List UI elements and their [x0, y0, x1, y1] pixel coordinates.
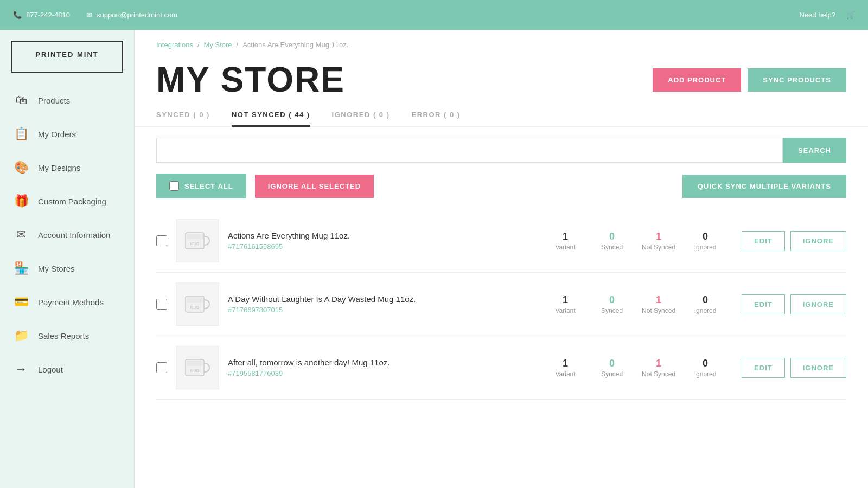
sidebar-item-orders[interactable]: 📋 My Orders: [0, 117, 134, 151]
table-row: MUG After all, tomorrow is another day! …: [156, 336, 846, 400]
variant-col-1: 1 Variant: [546, 231, 584, 251]
not-synced-col-1: 1 Not Synced: [640, 231, 678, 251]
phone-icon: 📞: [13, 11, 22, 19]
product-actions-3: EDIT IGNORE: [742, 358, 846, 378]
sidebar-item-packaging[interactable]: 🎁 Custom Packaging: [0, 184, 134, 218]
svg-rect-4: [187, 297, 203, 303]
sidebar-label-designs: My Designs: [38, 163, 80, 172]
breadcrumb-my-store[interactable]: My Store: [204, 41, 232, 49]
search-input[interactable]: [156, 138, 783, 163]
breadcrumb-sep1: /: [197, 41, 200, 49]
sidebar-label-payment: Payment Methods: [38, 298, 104, 307]
table-row: MUG A Day Without Laughter Is A Day Wast…: [156, 273, 846, 336]
product-checkbox-2[interactable]: [156, 299, 167, 310]
product-name-1: Actions Are Everything Mug 11oz.: [228, 231, 538, 240]
search-button[interactable]: SEARCH: [783, 138, 846, 163]
products-icon: 🛍: [13, 93, 29, 107]
orders-icon: 📋: [13, 127, 29, 141]
tab-ignored[interactable]: IGNORED ( 0 ): [332, 111, 390, 126]
quick-sync-button[interactable]: QUICK SYNC MULTIPLE VARIANTS: [682, 175, 846, 198]
sidebar-item-designs[interactable]: 🎨 My Designs: [0, 151, 134, 184]
ignore-button-2[interactable]: IGNORE: [790, 294, 846, 314]
help-link[interactable]: Need help?: [800, 11, 836, 19]
edit-button-2[interactable]: EDIT: [742, 294, 785, 314]
sidebar-label-packaging: Custom Packaging: [38, 197, 106, 206]
product-actions-1: EDIT IGNORE: [742, 231, 846, 251]
synced-col-3: 0 Synced: [593, 358, 631, 378]
ignore-all-selected-button[interactable]: IGNORE ALL SELECTED: [255, 175, 374, 198]
sidebar-label-reports: Sales Reports: [38, 331, 89, 341]
stores-icon: 🏪: [13, 261, 29, 275]
phone-contact: 📞 877-242-4810: [13, 11, 70, 19]
breadcrumb-integrations[interactable]: Integrations: [156, 41, 193, 49]
product-image-1: MUG: [176, 219, 219, 262]
top-bar-right: Need help? 🛒: [800, 11, 856, 19]
product-info-1: Actions Are Everything Mug 11oz. #717616…: [228, 231, 538, 251]
page-title: MY STORE: [156, 60, 345, 100]
sidebar-item-reports[interactable]: 📁 Sales Reports: [0, 319, 134, 352]
reports-icon: 📁: [13, 329, 29, 343]
payment-icon: 💳: [13, 295, 29, 309]
header-buttons: ADD PRODUCT SYNC PRODUCTS: [653, 68, 846, 92]
ignore-button-3[interactable]: IGNORE: [790, 358, 846, 378]
email-contact: ✉ support@printedmint.com: [86, 11, 177, 19]
email-icon: ✉: [86, 11, 92, 19]
edit-button-3[interactable]: EDIT: [742, 358, 785, 378]
synced-col-1: 0 Synced: [593, 231, 631, 251]
sidebar-item-logout[interactable]: → Logout: [0, 352, 134, 386]
product-info-3: After all, tomorrow is another day! Mug …: [228, 358, 538, 377]
sync-products-button[interactable]: SYNC PRODUCTS: [748, 68, 846, 92]
variant-col-3: 1 Variant: [546, 358, 584, 378]
ignored-col-3: 0 Ignored: [686, 358, 724, 378]
sidebar-item-account[interactable]: ✉ Account Information: [0, 218, 134, 252]
product-sku-1: #7176161558695: [228, 242, 538, 251]
edit-button-1[interactable]: EDIT: [742, 231, 785, 251]
top-bar: 📞 877-242-4810 ✉ support@printedmint.com…: [0, 0, 868, 30]
sidebar-label-account: Account Information: [38, 230, 110, 240]
tab-error[interactable]: ERROR ( 0 ): [412, 111, 461, 126]
sidebar-label-orders: My Orders: [38, 130, 76, 139]
sidebar-label-products: Products: [38, 96, 70, 105]
product-checkbox-3[interactable]: [156, 362, 167, 373]
account-icon: ✉: [13, 228, 29, 242]
product-sku-2: #7176697807015: [228, 306, 538, 314]
tab-synced[interactable]: SYNCED ( 0 ): [156, 111, 210, 126]
tab-not-synced[interactable]: NOT SYNCED ( 44 ): [232, 111, 310, 127]
product-image-3: MUG: [176, 346, 219, 389]
search-row: SEARCH: [135, 138, 868, 174]
tabs: SYNCED ( 0 ) NOT SYNCED ( 44 ) IGNORED (…: [135, 100, 868, 127]
product-info-2: A Day Without Laughter Is A Day Wasted M…: [228, 294, 538, 314]
ignore-button-1[interactable]: IGNORE: [790, 231, 846, 251]
select-all-button[interactable]: SELECT ALL: [156, 174, 246, 198]
logout-icon: →: [13, 362, 29, 376]
email-address: support@printedmint.com: [97, 11, 177, 19]
svg-rect-7: [187, 361, 203, 366]
sidebar-item-payment[interactable]: 💳 Payment Methods: [0, 285, 134, 319]
cart-icon[interactable]: 🛒: [846, 11, 855, 19]
product-sku-3: #7195581776039: [228, 369, 538, 377]
ignored-col-1: 0 Ignored: [686, 231, 724, 251]
product-checkbox-1[interactable]: [156, 235, 167, 246]
product-name-2: A Day Without Laughter Is A Day Wasted M…: [228, 294, 538, 304]
ignored-col-2: 0 Ignored: [686, 294, 724, 314]
add-product-button[interactable]: ADD PRODUCT: [653, 68, 741, 92]
sidebar-item-stores[interactable]: 🏪 My Stores: [0, 252, 134, 285]
phone-number: 877-242-4810: [26, 11, 70, 19]
designs-icon: 🎨: [13, 160, 29, 175]
svg-text:MUG: MUG: [190, 305, 199, 309]
svg-rect-1: [187, 234, 203, 239]
brand-logo: PRINTED MINT: [11, 41, 123, 73]
breadcrumb-sep2: /: [237, 41, 239, 49]
select-all-label: SELECT ALL: [184, 182, 233, 190]
svg-text:MUG: MUG: [190, 242, 199, 246]
select-all-checkbox[interactable]: [169, 181, 179, 191]
not-synced-col-3: 1 Not Synced: [640, 358, 678, 378]
product-image-2: MUG: [176, 282, 219, 326]
product-name-3: After all, tomorrow is another day! Mug …: [228, 358, 538, 367]
sidebar: PRINTED MINT 🛍 Products 📋 My Orders 🎨 My…: [0, 30, 135, 488]
variant-col-2: 1 Variant: [546, 294, 584, 314]
synced-col-2: 0 Synced: [593, 294, 631, 314]
breadcrumb: Integrations / My Store / Actions Are Ev…: [135, 30, 868, 54]
sidebar-item-products[interactable]: 🛍 Products: [0, 84, 134, 117]
main-content: Integrations / My Store / Actions Are Ev…: [135, 30, 868, 488]
